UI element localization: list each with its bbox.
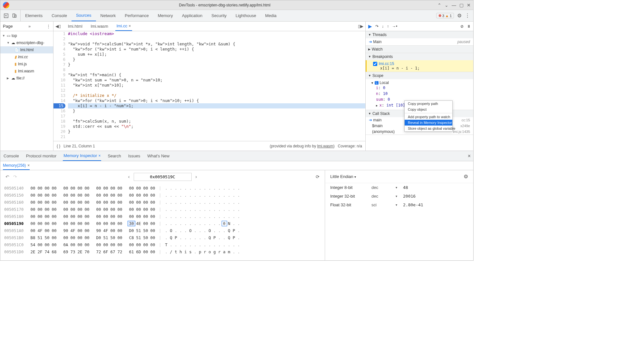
close-tab-icon[interactable]: × bbox=[129, 24, 131, 28]
history-back-icon[interactable]: ↶ bbox=[5, 174, 9, 179]
main-tab-security[interactable]: Security bbox=[207, 10, 231, 21]
tree-file-scheme[interactable]: ▶☁file:// bbox=[0, 75, 53, 82]
editor-panel: ◀▯ lmi.html lmi.wasm lmi.cc× ▯▶ 12345678… bbox=[53, 22, 365, 151]
minimize-icon[interactable]: — bbox=[452, 3, 456, 8]
context-menu-item[interactable]: Reveal in Memory Inspector panel bbox=[405, 120, 452, 126]
drawer-tab-issues[interactable]: Issues bbox=[128, 151, 141, 161]
device-toggle-icon[interactable] bbox=[12, 13, 17, 18]
breakpoint-checkbox[interactable] bbox=[373, 62, 377, 66]
main-tab-lighthouse[interactable]: Lighthouse bbox=[231, 10, 261, 21]
value-row: Float 32-bitsci ▾2.80e-41 bbox=[325, 201, 473, 209]
addr-next-icon[interactable]: › bbox=[196, 174, 197, 179]
thread-main[interactable]: ➔ Main paused bbox=[366, 38, 473, 45]
breakpoint-item[interactable]: lmi.cc:15 x[i] = n - i - 1; bbox=[366, 60, 473, 72]
step-into-icon[interactable]: ↓ bbox=[382, 24, 384, 29]
context-menu-item[interactable]: Copy property path bbox=[405, 101, 452, 107]
drawer-panel: ConsoleProtocol monitorMemory Inspector×… bbox=[0, 151, 473, 260]
navigator-more-icon[interactable]: ⋮ bbox=[46, 24, 51, 29]
step-over-icon[interactable]: ↷ bbox=[375, 24, 379, 29]
warning-icon: ▲ bbox=[445, 14, 449, 18]
debugger-panel: ▶ ↷ ↓ ↑ →• ⊘ ⏸ ▼Threads ➔ Main paused bbox=[365, 22, 473, 151]
settings-icon[interactable]: ⚙ bbox=[457, 13, 462, 19]
editor-tab-lmi-cc[interactable]: lmi.cc× bbox=[115, 22, 132, 31]
scope-header[interactable]: ▼Scope bbox=[366, 72, 473, 79]
tree-file-lmi-wasm[interactable]: lmi.wasm bbox=[0, 68, 53, 75]
debug-info-link[interactable]: lmi.wasm bbox=[317, 144, 333, 148]
main-tab-network[interactable]: Network bbox=[96, 10, 120, 21]
inspect-icon[interactable] bbox=[4, 13, 9, 18]
error-warning-badge[interactable]: ⊗3 ▲1 bbox=[436, 13, 454, 18]
tree-file-lmi-html[interactable]: lmi.html bbox=[0, 46, 53, 53]
drawer-tab-console[interactable]: Console bbox=[3, 151, 20, 161]
memory-settings-icon[interactable]: ⚙ bbox=[464, 173, 468, 180]
navigator-panel: Page » ⋮ ▼▭top ▼☁emscripten-dbg- lmi.htm… bbox=[0, 22, 53, 151]
deactivate-breakpoints-icon[interactable]: ⊘ bbox=[460, 24, 464, 29]
window-title: DevTools - emscripten-dbg-stories.netlif… bbox=[12, 3, 437, 7]
value-row: Integer 32-bitdec ▾20016 bbox=[325, 192, 473, 201]
main-tab-console[interactable]: Console bbox=[47, 10, 72, 21]
toggle-debugger-icon[interactable]: ▯▶ bbox=[358, 24, 363, 29]
drawer-tab-what's-new[interactable]: What's New bbox=[147, 151, 170, 161]
scope-var-i[interactable]: i: 0 bbox=[368, 85, 471, 91]
tree-top[interactable]: ▼▭top bbox=[0, 32, 53, 39]
tree-domain[interactable]: ▼☁emscripten-dbg- bbox=[0, 39, 53, 46]
chrome-icon bbox=[3, 2, 9, 8]
context-menu-item[interactable]: Add property path to watch bbox=[405, 114, 452, 120]
main-tab-media[interactable]: Media bbox=[261, 10, 281, 21]
value-row: Integer 8-bitdec ▾48 bbox=[325, 183, 473, 192]
main-tab-memory[interactable]: Memory bbox=[153, 10, 178, 21]
memory-tab[interactable]: Memory(256)× bbox=[3, 161, 30, 170]
tree-file-lmi-cc[interactable]: lmi.cc bbox=[0, 53, 53, 61]
pretty-print-icon[interactable]: { } bbox=[57, 144, 60, 148]
close-drawer-icon[interactable]: × bbox=[468, 153, 471, 159]
history-forward-icon[interactable]: ↷ bbox=[13, 174, 17, 179]
context-menu: Copy property pathCopy objectAdd propert… bbox=[404, 100, 453, 132]
error-icon: ⊗ bbox=[438, 14, 441, 18]
navigator-tab-page[interactable]: Page bbox=[3, 24, 13, 29]
maximize-icon[interactable]: ▢ bbox=[459, 3, 464, 8]
drawer-tab-search[interactable]: Search bbox=[107, 151, 121, 161]
format-select[interactable]: sci ▾ bbox=[371, 202, 397, 207]
coverage-status: Coverage: n/a bbox=[338, 144, 362, 148]
refresh-icon[interactable]: ⟳ bbox=[316, 174, 320, 179]
main-tab-sources[interactable]: Sources bbox=[72, 10, 96, 21]
window-titlebar: DevTools - emscripten-dbg-stories.netlif… bbox=[0, 0, 473, 10]
main-toolbar: ElementsConsoleSourcesNetworkPerformance… bbox=[0, 10, 473, 22]
format-select[interactable]: dec ▾ bbox=[371, 194, 397, 199]
toggle-navigator-icon[interactable]: ◀▯ bbox=[55, 24, 61, 29]
format-select[interactable]: dec ▾ bbox=[371, 185, 397, 190]
chevron-down-icon[interactable]: ⌄ bbox=[445, 3, 448, 8]
main-tab-application[interactable]: Application bbox=[178, 10, 207, 21]
drawer-tab-memory-inspector[interactable]: Memory Inspector× bbox=[63, 151, 101, 161]
more-icon[interactable]: ⋮ bbox=[465, 13, 470, 19]
main-tab-elements[interactable]: Elements bbox=[21, 10, 47, 21]
cursor-position: Line 21, Column 1 bbox=[63, 144, 95, 148]
address-input[interactable] bbox=[134, 173, 192, 181]
step-out-icon[interactable]: ↑ bbox=[387, 24, 389, 29]
scope-var-n[interactable]: n: 10 bbox=[368, 91, 471, 97]
hex-view[interactable]: 0050514000000000000000000000000000000000… bbox=[0, 183, 325, 260]
step-icon[interactable]: →• bbox=[392, 24, 397, 29]
tree-file-lmi-js[interactable]: lmi.js bbox=[0, 61, 53, 68]
resume-icon[interactable]: ▶ bbox=[368, 23, 372, 29]
drawer-tab-protocol-monitor[interactable]: Protocol monitor bbox=[25, 151, 57, 161]
main-tab-performance[interactable]: Performance bbox=[120, 10, 153, 21]
context-menu-item[interactable]: Copy object bbox=[405, 107, 452, 112]
close-memory-tab-icon[interactable]: × bbox=[27, 163, 30, 168]
pause-exceptions-icon[interactable]: ⏸ bbox=[467, 24, 471, 29]
addr-prev-icon[interactable]: ‹ bbox=[128, 174, 130, 179]
chevron-up-icon[interactable]: ⌃ bbox=[437, 3, 441, 8]
watch-header[interactable]: ▶Watch bbox=[366, 46, 473, 53]
context-menu-item[interactable]: Store object as global variable bbox=[405, 126, 452, 131]
editor-tab-lmi-wasm[interactable]: lmi.wasm bbox=[90, 24, 110, 29]
threads-header[interactable]: ▼Threads bbox=[366, 31, 473, 38]
breakpoints-header[interactable]: ▼Breakpoints bbox=[366, 53, 473, 60]
close-window-icon[interactable]: ✕ bbox=[467, 3, 471, 8]
endianness-select[interactable]: Little Endian ▾ bbox=[330, 174, 356, 179]
editor-tab-lmi-html[interactable]: lmi.html bbox=[67, 24, 84, 29]
